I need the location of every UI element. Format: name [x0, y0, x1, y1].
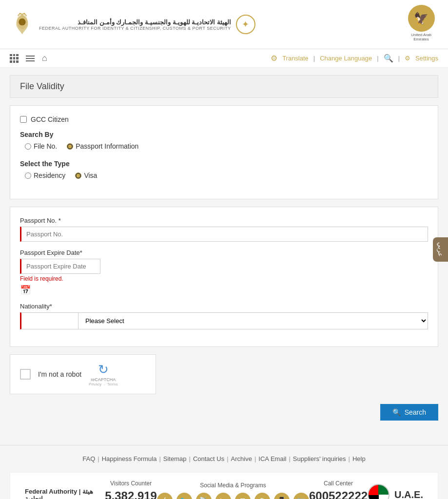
- search-by-passport-radio[interactable]: [67, 143, 73, 150]
- calendar-icon[interactable]: 📅: [20, 285, 428, 295]
- passport-expire-label: Passport Expire Date*: [20, 249, 428, 256]
- hamburger-icon[interactable]: [26, 56, 35, 61]
- recaptcha-branding: reCAPTCHA: [91, 377, 116, 382]
- callcenter-number: 600522222: [309, 489, 368, 499]
- social-title: Social Media & Programs: [157, 482, 309, 489]
- social-section: Social Media & Programs f 🐦 📡 ▶ ⊞ ⚙ 📱 📷: [157, 482, 309, 499]
- grid-icon[interactable]: [10, 54, 19, 63]
- nationality-row: Please Select: [20, 312, 428, 329]
- callcenter-title: Call Center: [309, 480, 368, 487]
- footer-links: FAQ | Happiness Formula | Sitemap | Cont…: [10, 455, 438, 462]
- rss-icon[interactable]: 📡: [196, 493, 212, 499]
- main-content: GCC Citizen Search By File No. Passport …: [0, 103, 448, 445]
- uae-emblem-text: United Arab Emirates: [404, 33, 438, 41]
- search-button[interactable]: 🔍 Search: [380, 404, 438, 421]
- search-by-passport-option[interactable]: Passport Information: [67, 142, 138, 150]
- uae-logo-footer: U.A.E.: [368, 484, 423, 499]
- search-button-label: Search: [405, 408, 426, 416]
- uae-flag-circle: [368, 484, 390, 499]
- home-icon[interactable]: ⌂: [42, 53, 47, 63]
- field-required-error: Field is required.: [20, 275, 428, 282]
- recaptcha-label: I'm not a robot: [38, 370, 81, 378]
- type-visa-radio[interactable]: [75, 173, 81, 179]
- passport-fields-card: Passport No. * Passport Expire Date* Fie…: [10, 207, 438, 347]
- footer-authority-sep: |: [79, 488, 82, 495]
- header-left: الهيئة الاتحاديـة للهويـة والجنسيـة والج…: [10, 11, 255, 38]
- logo-icon: [10, 11, 34, 38]
- type-residency-option[interactable]: Residency: [25, 172, 65, 179]
- type-visa-label: Visa: [84, 172, 97, 179]
- toolbar: ⌂ ⚙ Translate | Change Language | 🔍 | ⚙ …: [0, 49, 448, 68]
- footer-main: Federal Authority | هيئة اتحادية Visitor…: [10, 472, 438, 499]
- gcc-citizen-label[interactable]: GCC Citizen: [31, 115, 69, 123]
- visitors-title: Visitors Counter: [105, 480, 157, 487]
- separator-2: |: [377, 55, 378, 62]
- footer-link-contact[interactable]: Contact Us: [193, 455, 224, 462]
- separator-3: |: [398, 55, 400, 62]
- search-icon: 🔍: [392, 408, 401, 416]
- search-icon[interactable]: 🔍: [384, 54, 393, 63]
- type-residency-radio[interactable]: [25, 173, 31, 179]
- footer-link-suppliers[interactable]: Suppliers' inquiries: [293, 455, 346, 462]
- recaptcha-checkbox[interactable]: [20, 369, 31, 380]
- settings-icon: ⚙: [405, 55, 410, 62]
- gcc-citizen-row: GCC Citizen: [20, 115, 428, 123]
- footer-authority-en: Federal Authority: [25, 488, 77, 495]
- header-arabic-title: الهيئة الاتحاديـة للهويـة والجنسيـة والج…: [78, 19, 231, 26]
- footer-link-sitemap[interactable]: Sitemap: [163, 455, 187, 462]
- translate-button[interactable]: Translate: [282, 55, 309, 62]
- callcenter-section: Call Center 600522222 Available 24/7: [309, 480, 368, 499]
- instagram-icon[interactable]: 📷: [293, 493, 309, 499]
- search-options-card: GCC Citizen Search By File No. Passport …: [10, 105, 438, 199]
- footer-link-happiness[interactable]: Happiness Formula: [102, 455, 157, 462]
- passport-no-input[interactable]: [20, 227, 428, 242]
- type-radio-group: Residency Visa: [20, 172, 428, 179]
- settings-social-icon[interactable]: ⚙: [254, 493, 270, 499]
- visitors-section: Visitors Counter 5,382,919 Visitors: [105, 480, 157, 499]
- footer-link-help[interactable]: Help: [352, 455, 366, 462]
- change-language-button[interactable]: Change Language: [320, 55, 372, 62]
- passport-expire-group: Passport Expire Date* Field is required.…: [20, 249, 428, 295]
- header: الهيئة الاتحاديـة للهويـة والجنسيـة والج…: [0, 0, 448, 49]
- nationality-label: Nationality*: [20, 303, 428, 310]
- type-visa-option[interactable]: Visa: [75, 172, 97, 179]
- footer-authority: Federal Authority | هيئة اتحادية: [25, 488, 105, 499]
- header-english-title: FEDERAL AUTHORITY FOR IDENTITY & CITIZEN…: [39, 26, 231, 31]
- social-icons: f 🐦 📡 ▶ ⊞ ⚙ 📱 📷: [157, 493, 309, 499]
- footer-link-icaemail[interactable]: ICA Email: [258, 455, 286, 462]
- page-title: File Validity: [20, 81, 64, 91]
- search-by-radio-group: File No. Passport Information: [20, 142, 428, 150]
- app-icon[interactable]: 📱: [274, 493, 290, 499]
- page-title-bar: File Validity: [10, 75, 438, 98]
- footer-link-archive[interactable]: Archive: [231, 455, 252, 462]
- passport-no-label: Passport No. *: [20, 217, 428, 224]
- search-by-passport-label: Passport Information: [76, 142, 138, 150]
- search-btn-row: 🔍 Search: [10, 404, 438, 421]
- passport-no-group: Passport No. *: [20, 217, 428, 242]
- search-by-label: Search By: [20, 131, 428, 138]
- search-by-fileno-radio[interactable]: [25, 143, 31, 150]
- nationality-group: Nationality* Please Select: [20, 303, 428, 329]
- windows-icon[interactable]: ⊞: [235, 493, 251, 499]
- nationality-select[interactable]: Please Select: [78, 312, 428, 329]
- search-by-fileno-option[interactable]: File No.: [25, 142, 57, 150]
- footer: FAQ | Happiness Formula | Sitemap | Cont…: [0, 445, 448, 499]
- recaptcha-terms[interactable]: Terms: [107, 382, 118, 386]
- youtube-icon[interactable]: ▶: [215, 493, 231, 499]
- settings-button[interactable]: Settings: [415, 55, 438, 62]
- uae-text: U.A.E.: [394, 489, 423, 499]
- gcc-citizen-checkbox[interactable]: [20, 116, 27, 123]
- passport-expire-input[interactable]: [20, 259, 100, 274]
- visitors-count: 5,382,919: [105, 489, 157, 499]
- recaptcha-links: Privacy - Terms: [89, 382, 117, 386]
- search-by-fileno-label: File No.: [34, 142, 57, 150]
- twitter-icon[interactable]: 🐦: [176, 493, 192, 499]
- float-button[interactable]: عربي: [433, 237, 448, 262]
- recaptcha-privacy[interactable]: Privacy: [89, 382, 101, 386]
- toolbar-right: ⚙ Translate | Change Language | 🔍 | ⚙ Se…: [271, 54, 438, 63]
- footer-link-faq[interactable]: FAQ: [82, 455, 95, 462]
- uae-emblem-circle: 🦅: [408, 5, 435, 32]
- separator-1: |: [313, 55, 315, 62]
- select-type-label: Select the Type: [20, 160, 428, 168]
- facebook-icon[interactable]: f: [157, 493, 173, 499]
